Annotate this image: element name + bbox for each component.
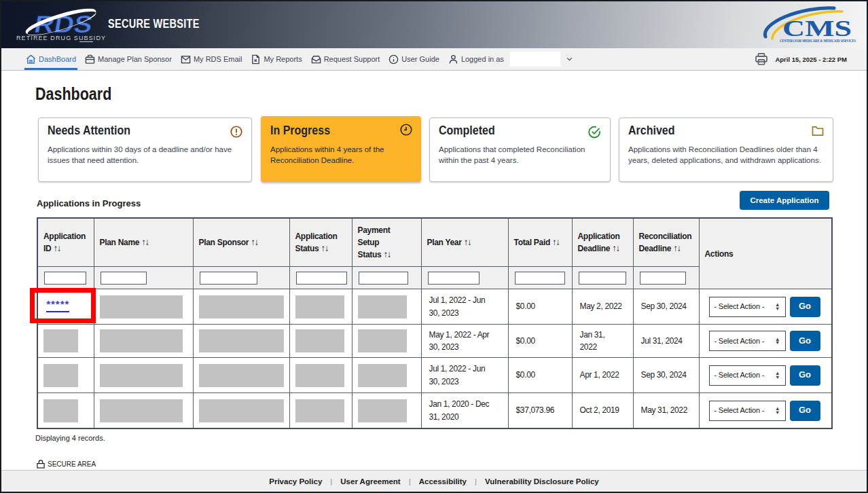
svg-text:CENTERS FOR MEDICARE & MEDICAI: CENTERS FOR MEDICARE & MEDICAID SERVICES	[780, 38, 856, 43]
svg-text:CMS: CMS	[782, 16, 852, 41]
svg-text:RETIREE DRUG SUBSIDY: RETIREE DRUG SUBSIDY	[16, 35, 105, 41]
